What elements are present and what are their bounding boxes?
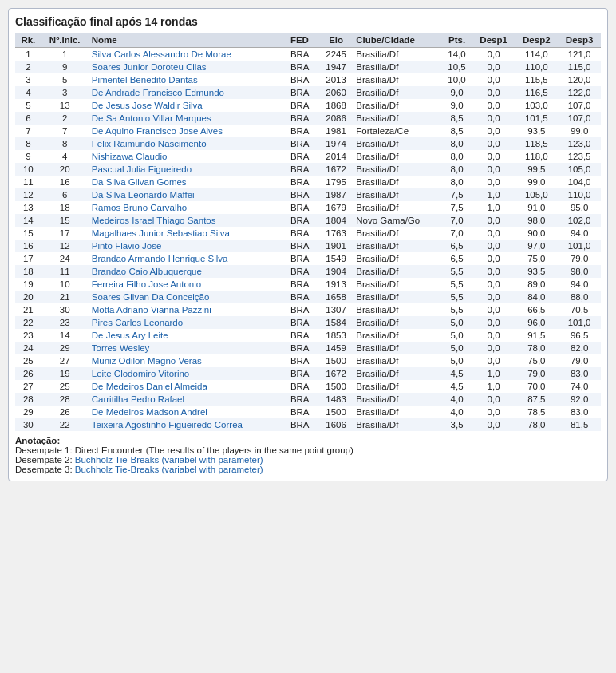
player-name-link[interactable]: Medeiros Israel Thiago Santos [92,216,216,225]
player-name-link[interactable]: Teixeira Agostinho Figueiredo Correa [92,420,243,430]
player-name-link[interactable]: Silva Carlos Alessandro De Morae [92,49,231,59]
table-cell: BRA [287,291,319,303]
player-name-link[interactable]: De Medeiros Madson Andrei [92,407,207,417]
annotation-link[interactable]: Buchholz Tie-Breaks (variabel with param… [75,455,263,465]
table-cell: 4 [15,86,41,99]
table-cell: BRA [287,418,319,431]
table-cell: Fortaleza/Ce [353,125,441,137]
table-row: 2725De Medeiros Daniel AlmeidaBRA1500Bra… [15,380,601,393]
player-name-link[interactable]: Soares Gilvan Da Conceição [92,292,210,302]
player-name-link[interactable]: Leite Clodomiro Vitorino [92,369,190,378]
table-cell: 26 [15,367,41,380]
table-cell: Pires Carlos Leonardo [89,316,287,329]
player-name-link[interactable]: Magalhaes Junior Sebastiao Silva [92,228,230,238]
annotation-line: Desempate 2: Buchholz Tie-Breaks (variab… [15,455,601,465]
table-cell: 8,0 [441,163,472,176]
table-cell: Brasília/Df [353,86,441,99]
table-cell: 99,0 [515,176,558,188]
table-cell: BRA [287,99,319,112]
table-cell: Muniz Odilon Magno Veras [89,354,287,367]
table-cell: 1,0 [472,188,515,201]
table-cell: 15 [15,227,41,240]
player-name-link[interactable]: De Andrade Francisco Edmundo [92,88,224,97]
table-cell: 23 [41,316,89,329]
col-fed: FED [287,33,319,48]
player-name-link[interactable]: De Medeiros Daniel Almeida [92,382,207,391]
table-cell: BRA [287,227,319,240]
table-cell: BRA [287,176,319,188]
player-name-link[interactable]: Soares Junior Doroteu Cilas [92,62,207,72]
table-cell: 99,0 [558,125,601,137]
table-cell: Torres Wesley [89,342,287,354]
table-cell: Brasília/Df [353,150,441,163]
table-row: 1020Pascual Julia FigueiredoBRA1672Brasí… [15,163,601,176]
player-name-link[interactable]: Da Silva Gilvan Gomes [92,177,187,187]
player-name-link[interactable]: De Jesus Ary Leite [92,331,168,340]
table-cell: 116,5 [515,86,558,99]
table-cell: Brasília/Df [353,303,441,316]
table-cell: 98,0 [515,214,558,227]
table-cell: De Andrade Francisco Edmundo [89,86,287,99]
player-name-link[interactable]: Pinto Flavio Jose [92,241,162,251]
table-row: 43De Andrade Francisco EdmundoBRA2060Bra… [15,86,601,99]
table-cell: 115,5 [515,73,558,86]
table-row: 77De Aquino Francisco Jose AlvesBRA1981F… [15,125,601,137]
table-cell: BRA [287,342,319,354]
table-cell: De Medeiros Madson Andrei [89,406,287,418]
table-cell: BRA [287,367,319,380]
player-name-link[interactable]: Carritilha Pedro Rafael [92,394,184,404]
table-cell: 7,5 [441,201,472,214]
player-name-link[interactable]: Da Silva Leonardo Maffei [92,190,195,200]
annotation-link[interactable]: Buchholz Tie-Breaks (variabel with param… [75,465,263,474]
player-name-link[interactable]: Pimentel Benedito Dantas [92,75,198,85]
table-cell: 1853 [319,329,353,342]
table-cell: Brasília/Df [353,73,441,86]
player-name-link[interactable]: Felix Raimundo Nascimento [92,139,207,148]
player-name-link[interactable]: Brandao Caio Albuquerque [92,267,202,276]
table-row: 2130Motta Adriano Vianna PazziniBRA1307B… [15,303,601,316]
table-cell: 7 [15,125,41,137]
table-cell: Soares Gilvan Da Conceição [89,291,287,303]
player-name-link[interactable]: De Jesus Jose Waldir Silva [92,101,203,110]
table-cell: 2245 [319,48,353,61]
player-name-link[interactable]: Torres Wesley [92,343,150,353]
table-row: 1517Magalhaes Junior Sebastiao SilvaBRA1… [15,227,601,240]
table-cell: 78,5 [515,406,558,418]
player-name-link[interactable]: Pascual Julia Figueiredo [92,164,192,174]
table-cell: 9 [41,61,89,73]
table-cell: BRA [287,354,319,367]
player-name-link[interactable]: Brandao Armando Henrique Silva [92,254,228,263]
table-cell: 97,0 [515,240,558,252]
table-cell: BRA [287,252,319,265]
table-cell: 0,0 [472,265,515,278]
player-name-link[interactable]: De Sa Antonio Villar Marques [92,113,211,123]
table-cell: 19 [15,278,41,291]
table-row: 2527Muniz Odilon Magno VerasBRA1500Brasí… [15,354,601,367]
table-cell: 0,0 [472,316,515,329]
table-cell: 7,0 [441,227,472,240]
table-cell: 2086 [319,112,353,125]
table-cell: 30 [41,303,89,316]
table-cell: 1679 [319,201,353,214]
table-cell: Brasília/Df [353,406,441,418]
player-name-link[interactable]: Muniz Odilon Magno Veras [92,356,202,366]
annotation-section: Anotação: Desempate 1: Direct Encounter … [15,436,601,474]
table-cell: BRA [287,112,319,125]
table-cell: Pascual Julia Figueiredo [89,163,287,176]
player-name-link[interactable]: De Aquino Francisco Jose Alves [92,126,223,136]
table-cell: 26 [41,406,89,418]
player-name-link[interactable]: Ramos Bruno Carvalho [92,203,188,212]
table-cell: 79,0 [558,252,601,265]
table-cell: Teixeira Agostinho Figueiredo Correa [89,418,287,431]
col-desp1: Desp1 [472,33,515,48]
table-cell: BRA [287,240,319,252]
player-name-link[interactable]: Motta Adriano Vianna Pazzini [92,305,211,315]
player-name-link[interactable]: Pires Carlos Leonardo [92,318,183,327]
table-cell: De Jesus Ary Leite [89,329,287,342]
table-cell: BRA [287,406,319,418]
table-cell: 1307 [319,303,353,316]
col-name: Nome [89,33,287,48]
player-name-link[interactable]: Ferreira Filho Jose Antonio [92,279,201,289]
player-name-link[interactable]: Nishizawa Claudio [92,152,168,161]
col-init: Nº.Inic. [41,33,89,48]
